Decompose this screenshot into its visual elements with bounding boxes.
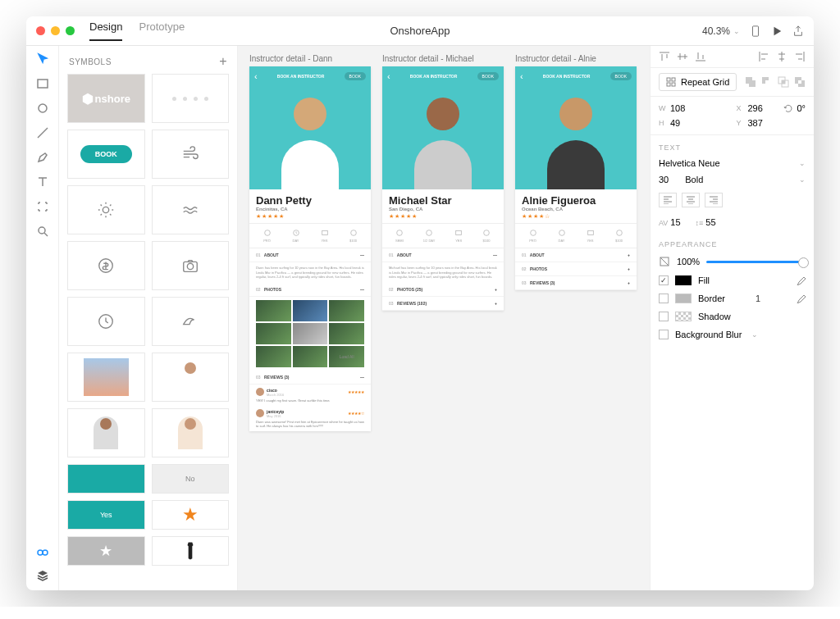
dimensions-section: W108 X296 H49 Y387 0° — [651, 97, 814, 135]
symbol-sun-icon[interactable] — [67, 185, 145, 234]
eyedropper-icon[interactable] — [796, 275, 806, 285]
align-top-icon[interactable] — [659, 51, 670, 62]
border-checkbox[interactable] — [659, 294, 669, 303]
symbol-price-icon[interactable] — [67, 241, 145, 290]
y-input[interactable]: 387 — [748, 118, 763, 128]
font-family-select[interactable]: Helvetica Neue⌄ — [651, 155, 814, 171]
align-bottom-icon[interactable] — [695, 51, 706, 62]
artboard-label: Instructor detail - Dann — [249, 54, 371, 63]
text-align-right-icon[interactable] — [705, 193, 723, 207]
app-body: SYMBOLS + ⬢nshore BOOK No Yes — [26, 46, 814, 590]
symbol-logo[interactable]: ⬢nshore — [67, 74, 145, 123]
svg-point-19 — [530, 230, 536, 236]
text-align-group — [651, 188, 814, 212]
device-preview-icon[interactable] — [750, 25, 761, 37]
tracking-input[interactable]: 15 — [670, 217, 680, 227]
repeat-grid-button[interactable]: Repeat Grid — [659, 73, 737, 91]
chevron-down-icon[interactable]: ⌄ — [751, 330, 758, 339]
opacity-slider[interactable] — [706, 261, 806, 263]
leading-input[interactable]: 55 — [705, 217, 715, 227]
artboard-dann[interactable]: Instructor detail - Dann ‹ BOOK AN INSTR… — [249, 54, 371, 431]
zoom-value: 40.3% — [702, 25, 730, 37]
border-label: Border — [698, 294, 725, 303]
back-icon: ‹ — [254, 71, 258, 81]
ellipse-tool-icon[interactable] — [36, 102, 49, 115]
close-window-icon[interactable] — [36, 26, 45, 35]
path-union-icon[interactable] — [745, 76, 756, 88]
text-align-left-icon[interactable] — [659, 193, 677, 207]
border-width-input[interactable]: 1 — [756, 294, 760, 303]
shadow-checkbox[interactable] — [659, 312, 669, 321]
symbol-carousel-dots[interactable] — [152, 74, 230, 123]
titlebar-right-controls: 40.3% ⌄ — [702, 25, 804, 37]
rectangle-tool-icon[interactable] — [36, 77, 49, 90]
symbol-no-button[interactable]: No — [152, 464, 230, 494]
svg-rect-1 — [38, 80, 48, 88]
align-hcenter-icon[interactable] — [776, 51, 788, 62]
fill-checkbox[interactable] — [659, 275, 669, 285]
layers-panel-icon[interactable] — [36, 569, 49, 582]
symbol-wind-icon[interactable] — [152, 130, 230, 179]
align-vcenter-icon[interactable] — [677, 51, 688, 62]
symbol-star-icon[interactable]: ★ — [152, 500, 230, 530]
symbol-photo-3[interactable] — [67, 408, 145, 457]
path-intersect-icon[interactable] — [778, 76, 789, 88]
symbol-star-grey[interactable]: ★ — [67, 536, 145, 566]
width-input[interactable]: 108 — [670, 103, 685, 113]
align-left-icon[interactable] — [758, 51, 769, 62]
share-icon[interactable] — [792, 25, 804, 37]
opacity-value[interactable]: 100% — [677, 257, 700, 266]
tab-prototype[interactable]: Prototype — [139, 20, 185, 41]
symbol-water-icon[interactable] — [152, 185, 230, 234]
path-subtract-icon[interactable] — [761, 76, 773, 88]
rotate-input[interactable]: 0° — [797, 103, 806, 113]
svg-rect-36 — [798, 80, 801, 84]
play-icon[interactable] — [771, 25, 783, 37]
tab-design[interactable]: Design — [89, 20, 122, 41]
svg-point-22 — [616, 230, 622, 236]
fill-swatch[interactable] — [675, 275, 692, 285]
font-weight-select[interactable]: Bold — [685, 175, 703, 184]
height-input[interactable]: 49 — [670, 118, 680, 128]
canvas[interactable]: Instructor detail - Dann ‹ BOOK AN INSTR… — [238, 46, 650, 590]
text-align-center-icon[interactable] — [682, 193, 700, 207]
zoom-display[interactable]: 40.3% ⌄ — [702, 25, 740, 37]
book-button: BOOK — [345, 72, 366, 80]
pen-tool-icon[interactable] — [36, 151, 49, 164]
toolbar — [26, 46, 59, 590]
symbol-wetsuit-icon[interactable] — [152, 536, 230, 566]
shadow-label: Shadow — [698, 312, 731, 321]
text-tool-icon[interactable] — [36, 175, 49, 189]
path-exclude-icon[interactable] — [794, 76, 806, 88]
opacity-icon — [659, 256, 670, 267]
symbol-book-button[interactable]: BOOK — [67, 130, 145, 179]
artboard-alnie[interactable]: Instructor detail - Alnie ‹ BOOK AN INST… — [515, 54, 637, 290]
border-swatch[interactable] — [675, 294, 692, 303]
bgblur-checkbox[interactable] — [659, 330, 669, 339]
rotate-icon — [783, 103, 793, 113]
symbol-photo-2[interactable] — [152, 353, 230, 402]
symbols-panel-icon[interactable] — [36, 546, 49, 559]
symbol-yes-button[interactable]: Yes — [67, 500, 145, 530]
x-input[interactable]: 296 — [748, 103, 763, 113]
symbol-wave-icon[interactable] — [152, 297, 230, 346]
zoom-tool-icon[interactable] — [36, 225, 49, 238]
zoom-window-icon[interactable] — [66, 26, 75, 35]
symbol-photo-4[interactable] — [152, 408, 230, 457]
select-tool-icon[interactable] — [36, 52, 49, 66]
svg-point-16 — [427, 230, 432, 236]
symbol-camera-icon[interactable] — [152, 241, 230, 290]
minimize-window-icon[interactable] — [51, 26, 60, 35]
artboard-tool-icon[interactable] — [36, 200, 49, 213]
artboard-michael[interactable]: Instructor detail - Michael ‹ BOOK AN IN… — [382, 54, 504, 311]
chevron-down-icon: ⌄ — [733, 27, 740, 35]
eyedropper-icon[interactable] — [796, 294, 806, 303]
symbol-clock-icon[interactable] — [67, 297, 145, 346]
font-size-input[interactable]: 30 — [659, 175, 669, 184]
line-tool-icon[interactable] — [36, 126, 49, 139]
add-symbol-button[interactable]: + — [219, 54, 227, 69]
symbol-photo-1[interactable] — [67, 353, 145, 402]
shadow-swatch[interactable] — [675, 312, 692, 321]
symbol-teal-bar[interactable] — [67, 464, 145, 494]
align-right-icon[interactable] — [794, 51, 806, 62]
